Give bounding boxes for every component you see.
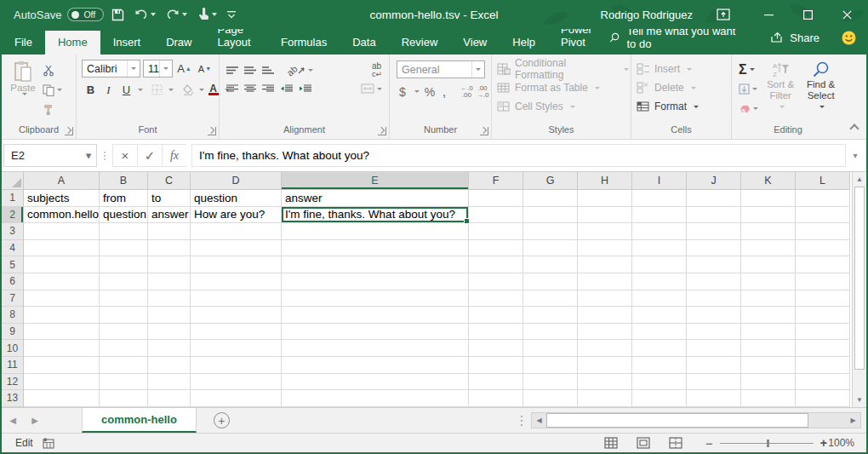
normal-view-button[interactable]: [595, 437, 627, 449]
tab-insert[interactable]: Insert: [100, 31, 154, 55]
cell-G9[interactable]: [523, 324, 578, 341]
copy-button[interactable]: [43, 81, 62, 99]
cell-G4[interactable]: [523, 240, 578, 257]
zoom-level[interactable]: 100%: [827, 437, 866, 449]
cell-A10[interactable]: [24, 340, 100, 357]
cell-L13[interactable]: [796, 390, 850, 407]
tab-scroll-divider[interactable]: [521, 416, 523, 426]
cell-K7[interactable]: [741, 290, 796, 307]
font-size-select[interactable]: 11: [143, 60, 173, 78]
cell-J8[interactable]: [687, 307, 741, 324]
autosave-toggle[interactable]: Off: [67, 8, 104, 21]
bold-button[interactable]: B: [82, 81, 100, 99]
cell-H9[interactable]: [578, 324, 632, 341]
cancel-button[interactable]: ×: [112, 144, 137, 167]
cell-A13[interactable]: [24, 390, 100, 407]
cell-I4[interactable]: [632, 240, 687, 257]
vertical-scrollbar[interactable]: ▲ ▼: [852, 172, 866, 407]
align-left-icon[interactable]: [226, 84, 238, 93]
zoom-slider[interactable]: [720, 443, 814, 444]
cell-D12[interactable]: [191, 374, 282, 391]
cell-J7[interactable]: [687, 290, 741, 307]
cell-D7[interactable]: [191, 290, 282, 307]
cell-E7[interactable]: [282, 290, 469, 307]
row-header-6[interactable]: 6: [2, 273, 24, 290]
cell-A4[interactable]: [24, 240, 100, 257]
accounting-format-button[interactable]: $: [397, 83, 408, 101]
cell-G5[interactable]: [523, 256, 578, 273]
row-header-1[interactable]: 1: [2, 190, 24, 207]
font-name-select[interactable]: Calibri: [82, 60, 140, 78]
column-header-L[interactable]: L: [796, 172, 850, 190]
row-header-13[interactable]: 13: [2, 390, 24, 407]
fill-button[interactable]: [739, 79, 758, 99]
tab-view[interactable]: View: [450, 31, 500, 55]
cell-L4[interactable]: [796, 240, 850, 257]
cell-A9[interactable]: [24, 324, 100, 341]
cell-K5[interactable]: [741, 256, 796, 273]
number-dialog-launcher[interactable]: [480, 127, 488, 135]
tab-file[interactable]: File: [2, 31, 45, 55]
decrease-indent-icon[interactable]: [280, 84, 293, 93]
wrap-text-button[interactable]: abc↵: [372, 62, 382, 78]
cell-F5[interactable]: [469, 256, 523, 273]
fill-dropdown-caret[interactable]: [752, 88, 757, 90]
clear-dropdown-caret[interactable]: [753, 107, 758, 110]
cell-L2[interactable]: [796, 207, 850, 224]
undo-dropdown-caret[interactable]: [151, 13, 156, 16]
column-header-H[interactable]: H: [578, 172, 632, 190]
cell-G11[interactable]: [523, 357, 578, 374]
column-header-C[interactable]: C: [148, 172, 191, 190]
cell-H2[interactable]: [578, 207, 632, 224]
cell-C4[interactable]: [148, 240, 191, 257]
clear-button[interactable]: [739, 99, 758, 118]
autosave-control[interactable]: AutoSave Off: [14, 8, 104, 21]
percent-style-button[interactable]: %: [423, 83, 437, 101]
column-header-E[interactable]: E: [282, 172, 469, 190]
vertical-scroll-thumb[interactable]: [854, 187, 865, 370]
cell-F6[interactable]: [469, 273, 523, 290]
underline-button[interactable]: U: [117, 81, 135, 99]
cell-K12[interactable]: [741, 374, 796, 391]
minimize-button[interactable]: [749, 0, 788, 29]
cell-B11[interactable]: [100, 357, 148, 374]
cell-A11[interactable]: [24, 357, 100, 374]
cell-B1[interactable]: from: [100, 190, 148, 207]
page-layout-view-button[interactable]: [627, 437, 660, 449]
align-middle-icon[interactable]: [244, 66, 256, 75]
page-break-view-button[interactable]: [660, 437, 692, 449]
row-header-11[interactable]: 11: [2, 357, 24, 374]
cell-D13[interactable]: [191, 390, 282, 407]
cell-L1[interactable]: [796, 190, 850, 207]
delete-cells-button[interactable]: Delete: [633, 78, 729, 97]
row-header-7[interactable]: 7: [2, 290, 24, 307]
cell-F10[interactable]: [469, 340, 523, 357]
cell-C1[interactable]: to: [148, 190, 191, 207]
name-box-dropdown[interactable]: ▾: [81, 149, 96, 162]
cell-H7[interactable]: [578, 290, 632, 307]
cell-C12[interactable]: [148, 374, 191, 391]
conditional-formatting-button[interactable]: Conditional Formatting: [494, 60, 629, 78]
orientation-dropdown-caret[interactable]: [308, 69, 313, 72]
column-header-K[interactable]: K: [741, 172, 796, 190]
cell-I2[interactable]: [632, 207, 687, 224]
cell-H8[interactable]: [578, 307, 632, 324]
cell-I3[interactable]: [632, 223, 687, 240]
cell-B10[interactable]: [100, 340, 148, 357]
sheet-nav-left-icon[interactable]: ◀: [2, 416, 24, 425]
cell-I10[interactable]: [632, 340, 687, 357]
cell-C7[interactable]: [148, 290, 191, 307]
cell-F11[interactable]: [469, 357, 523, 374]
row-header-10[interactable]: 10: [2, 340, 24, 357]
cell-D5[interactable]: [191, 256, 282, 273]
increase-font-size-button[interactable]: A▲: [175, 60, 193, 78]
cell-E3[interactable]: [282, 223, 469, 240]
borders-button[interactable]: [148, 81, 166, 99]
format-painter-button[interactable]: [43, 101, 62, 118]
borders-dropdown-caret[interactable]: [168, 89, 174, 91]
cell-H1[interactable]: [578, 190, 632, 207]
save-button[interactable]: [109, 7, 127, 23]
sort-filter-button[interactable]: A Z Sort & Filter: [762, 58, 799, 118]
format-as-table-button[interactable]: Format as Table: [494, 78, 629, 97]
paste-button[interactable]: Paste: [3, 58, 43, 123]
